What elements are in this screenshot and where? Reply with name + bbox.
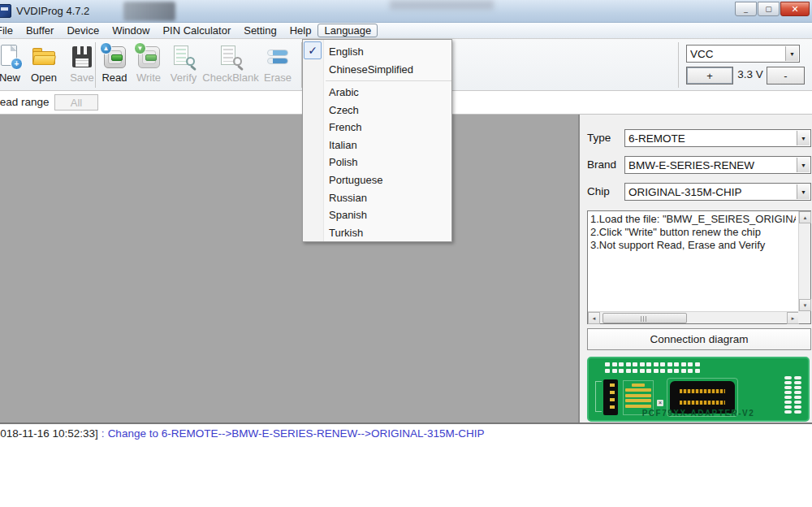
erase-button[interactable]: Erase	[261, 44, 294, 88]
scroll-right-icon[interactable]: ►	[787, 312, 799, 324]
language-option-czech[interactable]: Czech	[303, 102, 451, 119]
toolbar-separator	[95, 42, 96, 88]
pcb-bracket-marking	[595, 381, 602, 412]
language-option-turkish[interactable]: Turkish	[303, 224, 451, 242]
vertical-scrollbar[interactable]: ▲ ▼	[798, 211, 810, 311]
instructions-box[interactable]: 1.Load the file: "BMW_E_SEIRES_ORIGINA 2…	[587, 210, 811, 324]
language-menu: English ChineseSimplified Arabic Czech F…	[302, 39, 452, 242]
scroll-down-icon[interactable]: ▼	[799, 299, 811, 311]
close-icon: ✕	[791, 4, 798, 15]
language-option-arabic[interactable]: Arabic	[303, 84, 451, 102]
type-label: Type	[587, 132, 611, 144]
read-range-label: Read range	[0, 96, 50, 108]
chevron-down-icon[interactable]: ▼	[797, 184, 810, 199]
pcb-screw-pad	[657, 400, 663, 406]
language-option-polish[interactable]: Polish	[303, 154, 451, 171]
device-panel: Type 6-REMOTE ▼ Brand BMW-E-SERIES-RENEW…	[580, 115, 812, 422]
checkmark-icon: ✓	[304, 41, 322, 59]
pcb-top-pads	[605, 362, 700, 373]
read-range-all-button[interactable]: All	[54, 94, 98, 110]
maximize-icon: ▢	[765, 5, 772, 13]
language-option-russian[interactable]: Russian	[303, 189, 451, 207]
scrollbar-corner	[798, 311, 810, 323]
write-chip-icon: ▼	[136, 44, 162, 70]
status-message: Change to 6-REMOTE-->BMW-E-SERIES-RENEW-…	[108, 427, 485, 440]
status-separator: :	[102, 427, 105, 440]
redacted-patch	[123, 2, 175, 21]
save-floppy-icon	[69, 44, 95, 70]
close-button[interactable]: ✕	[780, 2, 810, 16]
language-option-chinesesimplified[interactable]: ChineseSimplified	[303, 61, 451, 79]
connection-diagram-button[interactable]: Connection diagram	[587, 328, 811, 350]
chevron-down-icon[interactable]: ▼	[797, 158, 810, 172]
menu-bar: File Buffer Device Window PIN Calculator…	[0, 23, 812, 39]
scroll-up-icon[interactable]: ▲	[799, 211, 811, 223]
minimize-button[interactable]: –	[735, 2, 757, 16]
menu-item-device[interactable]: Device	[60, 24, 106, 37]
language-option-italian[interactable]: Italian	[303, 136, 451, 154]
status-timestamp: [2018-11-16 10:52:33]	[0, 427, 98, 440]
verify-button[interactable]: Verify	[166, 44, 201, 88]
write-button[interactable]: ▼ Write	[132, 44, 166, 88]
app-window: VVDIProg 4.7.2 – ▢ ✕ File Buffer Device …	[0, 0, 812, 444]
status-bar: [2018-11-16 10:52:33]:Change to 6-REMOTE…	[0, 426, 812, 442]
open-button[interactable]: Open	[24, 44, 63, 88]
adapter-board-image: PCF79XX-ADAPTER-V2	[587, 357, 810, 422]
maximize-button[interactable]: ▢	[758, 2, 780, 16]
chip-select[interactable]: ORIGINAL-315M-CHIP ▼	[624, 183, 811, 201]
read-chip-icon: ▲	[102, 44, 127, 70]
language-option-portuguese[interactable]: Portuguese	[303, 171, 451, 189]
menu-item-setting[interactable]: Setting	[237, 24, 283, 37]
type-select[interactable]: 6-REMOTE ▼	[624, 129, 811, 147]
instructions-text: 1.Load the file: "BMW_E_SEIRES_ORIGINA 2…	[590, 213, 796, 301]
scroll-left-icon[interactable]: ◄	[588, 312, 600, 324]
brand-select[interactable]: BMW-E-SERIES-RENEW ▼	[624, 156, 811, 174]
checkblank-button[interactable]: CheckBlank	[201, 44, 260, 88]
open-folder-icon	[31, 44, 57, 70]
minimize-icon: –	[744, 8, 748, 16]
menu-separator	[326, 80, 451, 81]
menu-item-help[interactable]: Help	[283, 24, 318, 37]
menu-item-pin-calculator[interactable]: PIN Calculator	[156, 24, 237, 37]
horizontal-scrollbar[interactable]: ◄ ►	[588, 311, 799, 323]
menu-item-file[interactable]: File	[0, 24, 19, 37]
app-icon	[0, 4, 11, 18]
voltage-plus-button[interactable]: +	[686, 67, 733, 84]
toolbar-separator	[678, 42, 679, 88]
chevron-down-icon[interactable]: ▼	[797, 131, 810, 145]
buffer-canvas	[0, 115, 578, 422]
language-option-spanish[interactable]: Spanish	[303, 206, 451, 224]
window-title: VVDIProg 4.7.2	[16, 5, 89, 17]
chip-label: Chip	[587, 185, 610, 197]
new-file-icon: +	[0, 44, 23, 70]
voltage-minus-button[interactable]: -	[767, 67, 805, 84]
language-option-french[interactable]: French	[303, 119, 451, 136]
brand-label: Brand	[587, 158, 616, 171]
title-bar: VVDIProg 4.7.2 – ▢ ✕	[0, 0, 812, 23]
verify-doc-icon	[171, 44, 197, 70]
adapter-label: PCF79XX-ADAPTER-V2	[589, 409, 808, 418]
new-button[interactable]: + New	[0, 44, 26, 88]
menu-item-buffer[interactable]: Buffer	[19, 24, 60, 37]
redacted-patch	[390, 0, 494, 10]
read-button[interactable]: ▲ Read	[98, 44, 131, 88]
checkblank-doc-icon	[218, 44, 244, 70]
menu-item-window[interactable]: Window	[106, 24, 156, 37]
voltage-value: 3.3 V	[736, 68, 765, 80]
language-option-english[interactable]: English	[303, 43, 451, 61]
vcc-select[interactable]: VCC ▼	[686, 45, 800, 63]
menu-item-language[interactable]: Language	[317, 24, 378, 37]
chevron-down-icon[interactable]: ▼	[785, 46, 798, 61]
erase-icon	[265, 44, 291, 70]
scrollbar-thumb[interactable]	[603, 313, 687, 323]
